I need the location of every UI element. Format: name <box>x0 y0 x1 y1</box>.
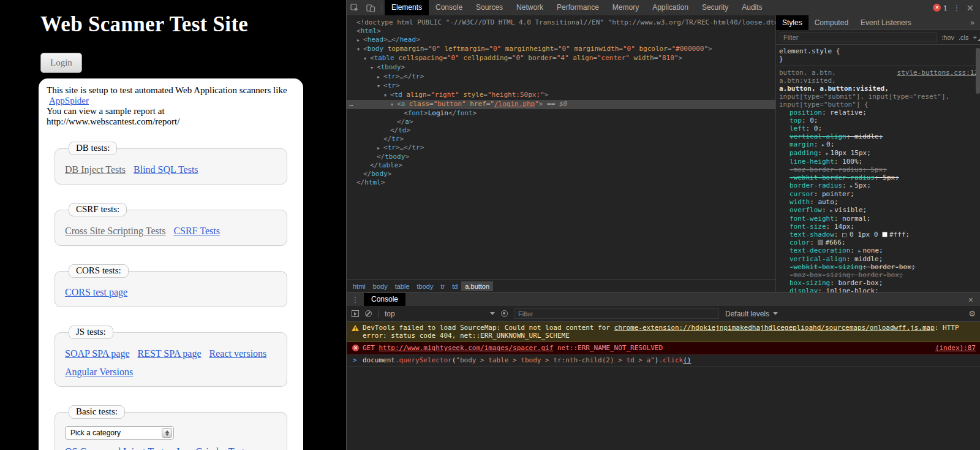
expand-arrow-icon[interactable]: ▾ <box>391 101 397 109</box>
css-property-text-shadow[interactable]: text-shadow: 0 1px 0 #fff; <box>779 231 978 238</box>
dom-tree-line[interactable]: …▾<a class="button" href="/login.php"> =… <box>347 100 775 109</box>
css-property-overflow[interactable]: overflow: ▸visible; <box>779 206 978 215</box>
test-link[interactable]: React versions <box>209 348 267 359</box>
live-expression-icon[interactable] <box>501 310 508 317</box>
styles-tab-styles[interactable]: Styles <box>776 15 809 30</box>
dom-tree-line[interactable]: ▸<head>…</head> <box>347 36 775 45</box>
test-link[interactable]: Angular Versions <box>65 367 133 377</box>
devtools-tab-memory[interactable]: Memory <box>606 0 646 15</box>
test-link[interactable]: CORS test page <box>65 287 127 297</box>
styles-tab-computed[interactable]: Computed <box>809 15 854 30</box>
styles-scrollbar[interactable] <box>976 48 980 94</box>
category-select[interactable]: Pick a category <box>65 426 174 440</box>
more-menu-icon[interactable]: ⋮ <box>952 3 960 12</box>
device-toolbar-icon[interactable] <box>366 4 375 12</box>
devtools-tab-performance[interactable]: Performance <box>550 0 606 15</box>
dom-tree-line[interactable]: </td> <box>347 126 775 135</box>
css-rule[interactable]: style-buttons.css:12button, a.btn,a.btn:… <box>776 66 980 295</box>
test-link[interactable]: Cross Site Scripting Tests <box>65 226 165 236</box>
dom-tree-line[interactable]: ▾<tbody> <box>347 63 775 72</box>
css-property-text-decoration[interactable]: text-decoration: ▸none; <box>779 246 978 255</box>
css-property-position[interactable]: position: relative; <box>779 109 978 116</box>
breadcrumb-item-table[interactable]: table <box>391 281 413 291</box>
css-property-vertical-align[interactable]: vertical-align: middle; <box>779 255 978 263</box>
expand-arrow-icon[interactable]: ▾ <box>364 55 370 63</box>
test-link[interactable]: CSRF Tests <box>173 226 220 236</box>
color-swatch[interactable] <box>882 232 888 237</box>
css-property-color[interactable]: color: #666; <box>779 238 978 246</box>
devtools-tab-audits[interactable]: Audits <box>735 0 769 15</box>
expand-arrow-icon[interactable]: ▾ <box>371 64 377 72</box>
inspect-element-icon[interactable] <box>350 4 359 12</box>
css-property-padding[interactable]: padding: ▸10px 15px; <box>779 149 978 158</box>
dom-tree-line[interactable]: ▸<tr>…</tr> <box>347 143 775 153</box>
css-property-top[interactable]: top: 0; <box>779 116 978 124</box>
element-classes-button[interactable]: .cls <box>959 34 969 41</box>
css-property-webkit-box-sizing[interactable]: -webkit-box-sizing: border-box; <box>779 263 978 271</box>
css-property-left[interactable]: left: 0; <box>779 124 978 132</box>
dom-tree-line[interactable]: <font>Login</font> <box>347 109 775 118</box>
warning-link[interactable]: chrome-extension://hdokiejnpimakedhajhdl… <box>614 324 935 332</box>
breadcrumb-item-tbody[interactable]: tbody <box>413 281 437 291</box>
breadcrumb-item-td[interactable]: td <box>448 281 461 291</box>
expand-arrow-icon[interactable]: ▸ <box>357 36 363 45</box>
drawer-menu-icon[interactable]: ⋮ <box>352 296 359 304</box>
toggle-element-state-button[interactable]: :hov <box>941 34 954 41</box>
dom-tree-line[interactable]: </html> <box>347 178 775 187</box>
stylesheet-source-link[interactable]: style-buttons.css:12 <box>897 69 978 77</box>
expand-arrow-icon[interactable]: ▾ <box>357 45 363 54</box>
dom-tree-line[interactable]: ▸<tr>…</tr> <box>347 72 775 82</box>
css-property-box-sizing[interactable]: box-sizing: border-box; <box>779 279 978 287</box>
devtools-tab-sources[interactable]: Sources <box>469 0 510 15</box>
close-devtools-icon[interactable]: × <box>966 2 974 13</box>
styles-filter-input[interactable] <box>780 32 937 42</box>
error-source-location[interactable]: (index):87 <box>935 344 976 352</box>
dom-tree-line[interactable]: </table> <box>347 161 775 170</box>
test-link[interactable]: Java Grinder Tests <box>176 446 249 450</box>
console-settings-icon[interactable]: ⚙ <box>968 309 976 318</box>
css-property-font-weight[interactable]: font-weight: normal; <box>779 215 978 223</box>
dom-tree-line[interactable]: ▾<tr> <box>347 82 775 91</box>
css-property-font-size[interactable]: font-size: 14px; <box>779 223 978 231</box>
css-property-moz-border-radius[interactable]: -moz-border-radius: 5px; <box>779 166 978 174</box>
error-badge[interactable]: × 1 <box>933 4 947 12</box>
console-sidebar-icon[interactable] <box>352 310 359 317</box>
devtools-tab-elements[interactable]: Elements <box>385 0 429 15</box>
expand-arrow-icon[interactable]: ▸ <box>377 73 383 82</box>
css-property-line-height[interactable]: line-height: 100%; <box>779 158 978 166</box>
login-button[interactable]: Login <box>40 53 82 73</box>
dom-tree-line[interactable]: </body> <box>347 170 775 178</box>
test-link[interactable]: OS Command Inject Tests <box>65 446 168 450</box>
close-drawer-icon[interactable]: × <box>968 295 980 305</box>
breadcrumb-item-html[interactable]: html <box>349 281 369 291</box>
execution-context-select[interactable]: top <box>385 310 495 318</box>
console-filter-input[interactable] <box>514 308 719 319</box>
expand-arrow-icon[interactable]: ▾ <box>377 82 383 91</box>
test-link[interactable]: Blind SQL Tests <box>134 164 198 175</box>
css-property-vertical-align[interactable]: vertical-align: middle; <box>779 132 978 140</box>
error-link[interactable]: http://www.mightyseek.com/images/spacer.… <box>379 344 554 352</box>
css-property-width[interactable]: width: auto; <box>779 198 978 206</box>
devtools-tab-network[interactable]: Network <box>510 0 550 15</box>
devtools-tab-console[interactable]: Console <box>429 0 469 15</box>
dom-tree-line[interactable]: ▾<td align="right" style="height:50px;"> <box>347 91 775 100</box>
test-link[interactable]: DB Inject Tests <box>65 164 126 175</box>
devtools-tab-security[interactable]: Security <box>695 0 735 15</box>
dom-tree-line[interactable]: <html> <box>347 27 775 36</box>
breadcrumb-item-body[interactable]: body <box>369 281 391 291</box>
appspider-link[interactable]: AppSpider <box>49 96 89 105</box>
dom-tree-line[interactable]: <!doctype html PUBLIC "-//W3C//DTD HTML … <box>347 18 775 27</box>
dom-tree-line[interactable]: </tr> <box>347 135 775 143</box>
more-actions-icon[interactable]: … <box>349 100 353 109</box>
css-property-border-radius[interactable]: border-radius: ▸5px; <box>779 181 978 190</box>
dom-tree-line[interactable]: </a> <box>347 118 775 126</box>
new-style-rule-button[interactable]: + <box>973 34 977 41</box>
dom-tree-line[interactable]: </tbody> <box>347 153 775 161</box>
css-property-webkit-border-radius[interactable]: -webkit-border-radius: 5px; <box>779 174 978 181</box>
devtools-tab-application[interactable]: Application <box>646 0 695 15</box>
color-swatch[interactable] <box>818 240 823 245</box>
console-command-line[interactable]: > document.querySelector("body > table >… <box>347 354 980 367</box>
console-drawer-tab[interactable]: Console <box>364 293 405 306</box>
dom-tree-line[interactable]: ▾<body topmargin="0" leftmargin="0" marg… <box>347 45 775 54</box>
test-link[interactable]: SOAP SPA page <box>65 348 130 359</box>
